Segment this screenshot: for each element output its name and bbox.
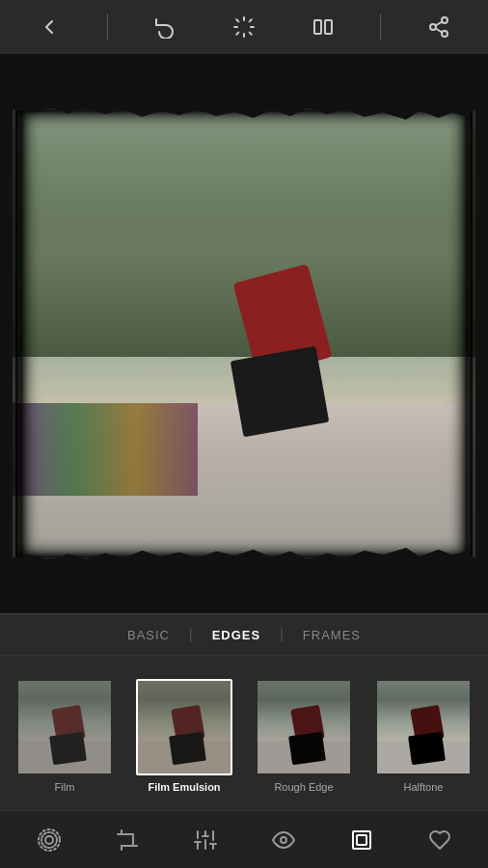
divider-1: [107, 14, 108, 41]
svg-line-7: [250, 19, 252, 21]
effects-button[interactable]: [26, 817, 72, 863]
frames-button[interactable]: [339, 817, 385, 863]
selective-button[interactable]: [260, 817, 307, 863]
tab-edges[interactable]: EDGES: [193, 620, 281, 650]
filter-thumb-halftone[interactable]: [375, 679, 472, 775]
image-area: [0, 54, 488, 613]
back-button[interactable]: [28, 6, 70, 48]
tab-frames[interactable]: FRAMES: [284, 620, 380, 650]
filters-area: Film Film Emulsion Rough E: [0, 656, 488, 810]
graffiti: [13, 403, 198, 496]
torn-bottom-edge: [13, 548, 475, 565]
photo-frame: [13, 102, 475, 565]
tab-basic[interactable]: BASIC: [108, 620, 189, 650]
svg-line-2: [236, 19, 238, 21]
filter-item-rough-edge[interactable]: Rough Edge: [251, 679, 357, 793]
ramp: [13, 403, 475, 565]
filter-item-film[interactable]: Film: [12, 679, 118, 793]
auto-enhance-button[interactable]: [223, 6, 265, 48]
svg-rect-8: [314, 20, 321, 34]
trees-bg: [13, 102, 475, 357]
svg-rect-29: [357, 835, 366, 845]
filter-item-halftone[interactable]: Halftone: [370, 679, 476, 793]
film-border-overlay: [13, 102, 475, 565]
filter-label-film-emulsion: Film Emulsion: [148, 781, 220, 793]
share-button[interactable]: [418, 6, 460, 48]
svg-line-3: [250, 33, 252, 35]
svg-line-14: [436, 22, 443, 26]
filter-thumb-film[interactable]: [16, 679, 113, 775]
filter-thumb-rough-edge[interactable]: [256, 679, 352, 775]
skater-pants: [230, 346, 330, 437]
filter-label-halftone: Halftone: [404, 781, 444, 793]
svg-point-16: [41, 832, 57, 848]
compare-button[interactable]: [302, 6, 344, 48]
filter-label-rough-edge: Rough Edge: [274, 781, 333, 793]
svg-point-27: [281, 837, 286, 843]
svg-line-6: [236, 33, 238, 35]
tabs-area: BASIC | EDGES | FRAMES: [0, 613, 488, 656]
photo-content: [13, 102, 475, 565]
svg-rect-9: [325, 20, 332, 34]
crop-button[interactable]: [104, 817, 150, 863]
top-toolbar: [0, 0, 488, 54]
svg-line-13: [436, 29, 443, 33]
skater-figure: [198, 218, 352, 488]
undo-button[interactable]: [144, 6, 186, 48]
svg-rect-28: [353, 831, 370, 849]
filter-thumb-film-emulsion[interactable]: [136, 679, 232, 775]
filter-label-film: Film: [55, 781, 75, 793]
adjust-button[interactable]: [182, 817, 229, 863]
svg-point-15: [45, 836, 53, 844]
torn-top-edge: [13, 102, 475, 120]
skater-body: [232, 263, 332, 376]
bottom-toolbar: [0, 810, 488, 868]
divider-2: [380, 14, 381, 41]
healing-button[interactable]: [417, 817, 463, 863]
filter-item-film-emulsion[interactable]: Film Emulsion: [131, 679, 237, 793]
